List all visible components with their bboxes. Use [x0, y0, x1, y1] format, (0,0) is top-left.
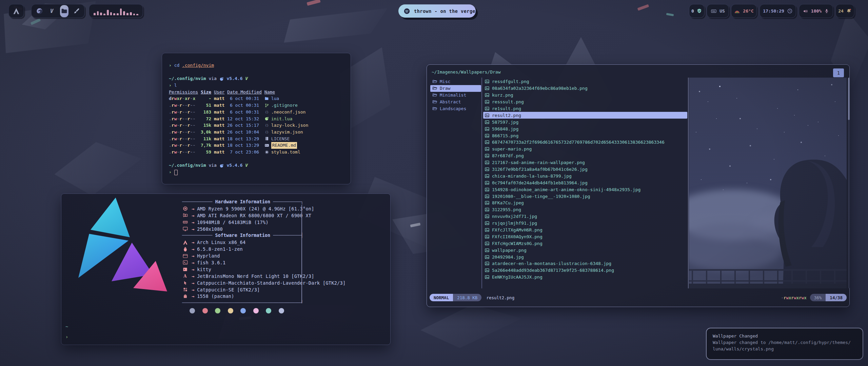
clock-icon: [787, 8, 793, 14]
file-row[interactable]: chica-mirando-la-luna-8799.jpg: [483, 172, 687, 179]
info-row: →Catppuccin-Macchiato-Standard-Lavender-…: [182, 280, 386, 286]
terminal-listing-row: .rw-r--r--59matt 7 oct 23:06stylua.toml: [169, 149, 344, 156]
file-name: .neoconf.json: [271, 109, 306, 116]
file-row[interactable]: nnvuv0xj2df71.jpg: [483, 213, 687, 220]
terminal-listing-row: .rw-r--r--72matt12 oct 15:32init.lua: [169, 116, 344, 122]
file-permissions: -rwxrwxrwx: [781, 295, 806, 300]
file-name: stylua.toml: [271, 149, 300, 156]
keyboard-layout-widget[interactable]: US: [707, 4, 729, 18]
file-row[interactable]: FXfcJlTXgAMvH6R.png: [483, 227, 687, 233]
file-row[interactable]: FXfcHgcWIAMzs0G.png: [483, 240, 687, 247]
image-file-icon: [485, 207, 490, 212]
info-row: →AMD ATI Radeon RX 6800/6800 XT / 6900 X…: [182, 212, 386, 219]
clock-widget[interactable]: 17:50:29: [760, 4, 796, 18]
scrollbar-thumb[interactable]: [848, 78, 850, 120]
file-row[interactable]: 3126f7e9bbf21a8a4af0b67b041c6e26.jpg: [483, 166, 687, 173]
file-row[interactable]: 154928-odinokoe_anime-art-anime-okno-sin…: [483, 186, 687, 193]
shield-icon: [696, 8, 702, 14]
file-row[interactable]: 3122955.png: [483, 206, 687, 213]
terminal-window[interactable]: › cd .config/nvim ~/.config/nvim via v5.…: [162, 53, 351, 184]
file-row[interactable]: 596848.jpg: [483, 125, 687, 132]
file-row[interactable]: 5a266e448add93deab367d87173e9f25-6837886…: [483, 267, 687, 274]
brush-dock-icon[interactable]: [73, 7, 80, 15]
notification-toast[interactable]: Wallpaper Changed Wallpaper changed to /…: [706, 328, 863, 360]
sidebar-folder-abstract[interactable]: Abstract: [430, 99, 481, 105]
file-row[interactable]: 866715.png: [483, 132, 687, 139]
info-box-bottom: ────────────────────────────────────────…: [182, 300, 386, 306]
system-info-window[interactable]: ─────────── Hardware Information ───────…: [61, 194, 391, 345]
spotify-icon: [403, 7, 411, 15]
file-row[interactable]: 87r687df.png: [483, 152, 687, 159]
weather-widget[interactable]: 26°C: [731, 4, 757, 18]
railing-post: [791, 269, 793, 284]
preview-railing: [689, 269, 847, 271]
file-row[interactable]: ressdfgult.png: [483, 78, 687, 85]
svg-text:{}: {}: [265, 130, 269, 134]
image-file-icon: [485, 214, 490, 219]
scrollbar-track[interactable]: [848, 78, 850, 288]
file-row[interactable]: result2.png: [483, 112, 687, 119]
updates-widget[interactable]: 0: [689, 4, 705, 18]
arrow-icon: →: [192, 293, 194, 299]
audio-widget[interactable]: 100%: [799, 4, 833, 18]
visualizer-bar: [110, 12, 112, 15]
file-row[interactable]: 19201080-__blue-tinge__-1920×1080.jpg: [483, 193, 687, 200]
gear-icon: [264, 150, 269, 155]
file-row[interactable]: 0c794faf07de24a4db4d4fb1eb813964.jpg: [483, 179, 687, 186]
image-file-icon: [485, 261, 490, 266]
file-row[interactable]: 08a634fa02a32364f69ebc86a98eb1eb.png: [483, 85, 687, 92]
info-section-title: ─────────── Hardware Information ───────…: [182, 199, 386, 205]
braces-icon: {}: [264, 110, 269, 115]
file-row[interactable]: resssult.png: [483, 99, 687, 105]
notification-title: Wallpaper Changed: [713, 333, 856, 339]
arrow-icon: →: [192, 226, 194, 232]
wallpaper-fleck: [410, 223, 420, 227]
notifications-widget[interactable]: 24: [835, 4, 854, 18]
sidebar-folder-minimalist[interactable]: Minimalist: [430, 92, 481, 99]
file-manager-window[interactable]: ~/Imagenes/Wallpapers/Draw 1 MiscDrawMin…: [427, 64, 850, 307]
svg-text:V: V: [50, 8, 54, 14]
file-row[interactable]: 20492984.jpg: [483, 253, 687, 260]
now-playing-widget[interactable]: thrown - on the verge: [398, 4, 476, 18]
file-row[interactable]: 587597.jpg: [483, 119, 687, 125]
file-row[interactable]: wallpaper.png: [483, 247, 687, 253]
file-row[interactable]: super-mario.png: [483, 146, 687, 152]
info-row: →868x366: [182, 226, 386, 232]
visualizer-bar: [94, 13, 96, 15]
files-dock-icon[interactable]: [60, 5, 68, 17]
keyboard-layout: US: [719, 8, 725, 14]
clock-time: 17:50:29: [763, 8, 784, 14]
wm-icon: [182, 253, 188, 259]
tab-badge[interactable]: 1: [833, 68, 844, 77]
file-row[interactable]: EeNKYgIUcAAJ5JX.png: [483, 274, 687, 281]
terminal-prompt[interactable]: ›: [169, 169, 344, 176]
gpu-icon: [182, 212, 188, 218]
terminal-listing-row: .rw-r--r--7,7kmatt18 oct 13:29README.md: [169, 142, 344, 149]
sidebar-folder-landscapes[interactable]: Landscapes: [430, 105, 481, 112]
shell-icon: [182, 260, 188, 265]
file-row[interactable]: 68747470733a2f2f696d616765732d7769786d70…: [483, 139, 687, 146]
file-row[interactable]: rsjqojlmjhf91.jpg: [483, 220, 687, 227]
info-row: →10948MiB / 64183MiB (17%): [182, 219, 386, 226]
wallpaper-fleck: [307, 0, 320, 6]
sidebar-folder-misc[interactable]: Misc: [430, 78, 481, 85]
vim-dock-icon[interactable]: V: [48, 7, 56, 15]
preview-stars: [689, 78, 690, 78]
file-row[interactable]: kurz.png: [483, 92, 687, 99]
file-row[interactable]: 8FKa7Cu.jpeg: [483, 200, 687, 206]
app-launcher-button[interactable]: [8, 4, 24, 18]
distro-logo: [67, 196, 169, 301]
file-row[interactable]: FXfcII0X0AQyn9X.png: [483, 233, 687, 240]
sidebar-folder-draw[interactable]: Draw: [430, 85, 481, 92]
shell-prompt[interactable]: ›: [65, 333, 68, 340]
file-row[interactable]: re1sult.png: [483, 105, 687, 112]
firefox-dock-icon[interactable]: [36, 7, 43, 15]
info-box-border: [301, 205, 302, 303]
file-name: LICENSE: [271, 136, 290, 142]
image-file-icon: [485, 93, 490, 98]
file-row[interactable]: atardecer-en-la-montanas-ilustracion-634…: [483, 260, 687, 267]
listing-header: PermissionsSizeUserDate ModifiedName: [169, 89, 344, 96]
terminal-listing-row: drwxr-xr-x-matt 6 oct 00:31lua: [169, 95, 344, 102]
terminal-context-line: ~/.config/nvim via v5.4.6 V: [169, 75, 344, 82]
file-row[interactable]: 217167-sad-anime-rain-wallpaper.png: [483, 159, 687, 166]
